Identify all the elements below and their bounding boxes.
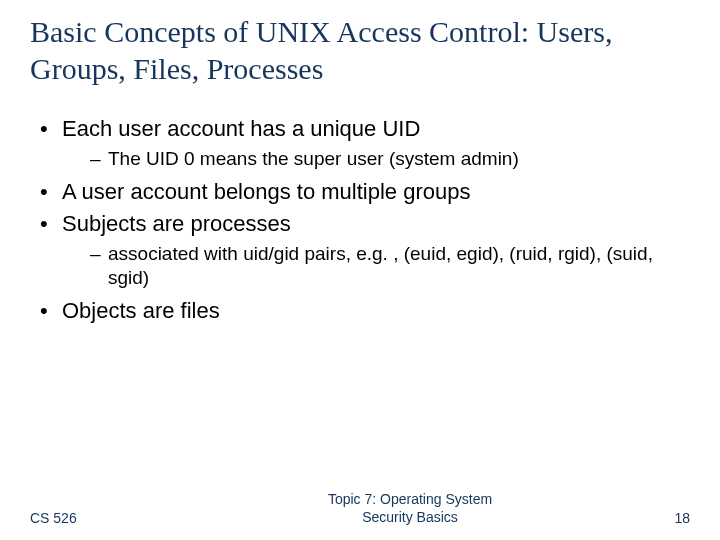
slide: Basic Concepts of UNIX Access Control: U… xyxy=(0,0,720,540)
footer-topic-line1: Topic 7: Operating System xyxy=(328,491,492,507)
bullet-item: Each user account has a unique UID The U… xyxy=(38,115,690,171)
sub-bullet-item: associated with uid/gid pairs, e.g. , (e… xyxy=(90,242,690,291)
sub-bullet-text: The UID 0 means the super user (system a… xyxy=(108,148,519,169)
slide-title: Basic Concepts of UNIX Access Control: U… xyxy=(30,14,690,87)
bullet-text: Subjects are processes xyxy=(62,211,291,236)
sub-bullet-text: associated with uid/gid pairs, e.g. , (e… xyxy=(108,243,653,288)
footer-topic: Topic 7: Operating System Security Basic… xyxy=(190,491,630,526)
footer-page-number: 18 xyxy=(630,510,690,526)
sub-bullet-list: associated with uid/gid pairs, e.g. , (e… xyxy=(62,242,690,291)
bullet-item: A user account belongs to multiple group… xyxy=(38,178,690,206)
bullet-text: Each user account has a unique UID xyxy=(62,116,420,141)
footer-topic-line2: Security Basics xyxy=(362,509,458,525)
bullet-list: Each user account has a unique UID The U… xyxy=(30,115,690,325)
bullet-text: Objects are files xyxy=(62,298,220,323)
bullet-item: Objects are files xyxy=(38,297,690,325)
sub-bullet-item: The UID 0 means the super user (system a… xyxy=(90,147,690,171)
sub-bullet-list: The UID 0 means the super user (system a… xyxy=(62,147,690,171)
bullet-text: A user account belongs to multiple group… xyxy=(62,179,470,204)
footer-course: CS 526 xyxy=(30,510,190,526)
slide-footer: CS 526 Topic 7: Operating System Securit… xyxy=(0,491,720,526)
bullet-item: Subjects are processes associated with u… xyxy=(38,210,690,291)
